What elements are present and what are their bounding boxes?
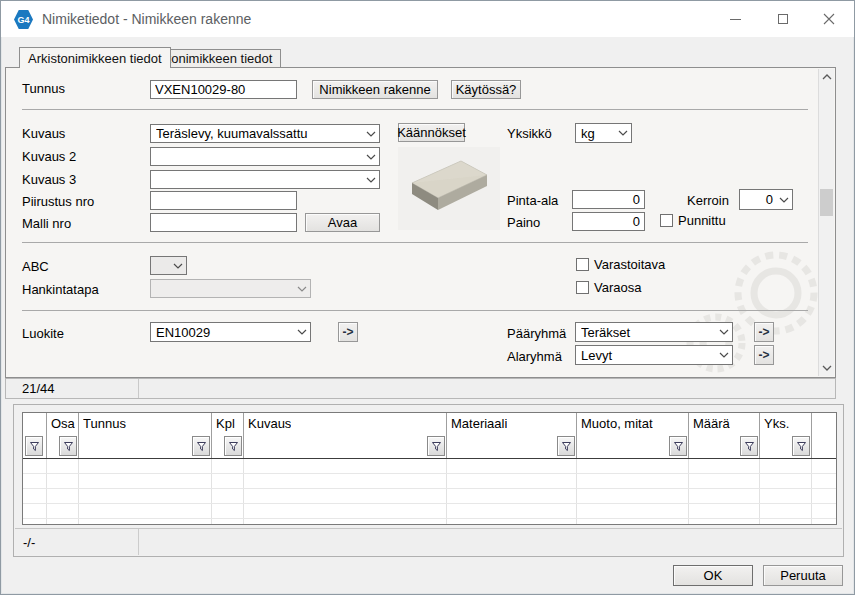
filter-button[interactable]	[427, 436, 445, 456]
hankintatapa-combobox[interactable]	[150, 279, 311, 298]
record-status-bar: 21/44	[5, 378, 836, 399]
kerroin-combobox[interactable]: 0	[739, 189, 793, 210]
paaryhma-arrow-button[interactable]: ->	[754, 322, 774, 342]
piirustus-nro-input[interactable]	[150, 191, 297, 210]
parts-table-header: Osa Tunnus Kpl Kuvaus Materiaali	[23, 413, 836, 459]
table-cell	[577, 489, 689, 503]
scroll-up-button[interactable]	[819, 69, 834, 85]
table-cell	[244, 504, 447, 518]
chevron-down-icon	[716, 352, 732, 358]
filter-button[interactable]	[557, 436, 575, 456]
scrollbar-thumb[interactable]	[820, 189, 833, 216]
tunnus-input[interactable]	[150, 80, 297, 99]
table-cell	[244, 474, 447, 488]
nimikkeen-rakenne-button[interactable]: Nimikkeen rakenne	[312, 80, 438, 99]
yksikko-combobox[interactable]: kg	[575, 123, 632, 143]
table-cell	[79, 459, 212, 473]
column-muoto-mitat[interactable]: Muoto, mitat	[577, 413, 689, 458]
filter-button[interactable]	[669, 436, 687, 456]
table-cell	[812, 474, 836, 488]
maximize-icon	[778, 14, 788, 24]
table-row	[23, 474, 836, 489]
table-row	[23, 519, 836, 525]
paaryhma-combobox[interactable]: Teräkset	[575, 322, 733, 342]
minimize-icon	[730, 19, 741, 20]
table-cell	[760, 489, 812, 503]
filter-button[interactable]	[792, 436, 810, 456]
alaryhma-combobox[interactable]: Levyt	[575, 345, 733, 365]
column-label: Määrä	[693, 416, 730, 431]
chevron-down-icon	[294, 329, 310, 335]
column-label: Muoto, mitat	[581, 416, 653, 431]
scroll-down-button[interactable]	[819, 360, 834, 376]
kuvaus3-combobox[interactable]	[150, 170, 380, 189]
alaryhma-label: Alaryhmä	[507, 348, 562, 366]
table-cell	[689, 519, 760, 525]
kerroin-label: Kerroin	[687, 192, 729, 210]
chevron-down-icon	[822, 365, 832, 371]
punnittu-checkbox[interactable]	[660, 214, 673, 227]
table-cell	[79, 504, 212, 518]
column-maara[interactable]: Määrä	[689, 413, 760, 458]
maximize-button[interactable]	[767, 7, 799, 31]
luokite-combobox[interactable]: EN10029	[150, 322, 311, 342]
kaannokset-button[interactable]: Käännökset	[398, 123, 465, 142]
luokite-arrow-button[interactable]: ->	[338, 322, 358, 342]
vertical-scrollbar[interactable]	[818, 69, 834, 376]
peruuta-button[interactable]: Peruuta	[763, 565, 843, 586]
kuvaus-combobox[interactable]: Teräslevy, kuumavalssattu	[150, 124, 380, 143]
filter-button[interactable]	[192, 436, 210, 456]
table-cell	[760, 459, 812, 473]
filter-button[interactable]	[740, 436, 758, 456]
table-cell	[577, 474, 689, 488]
column-kpl[interactable]: Kpl	[212, 413, 244, 458]
table-cell	[244, 519, 447, 525]
parts-counter: -/-	[15, 529, 139, 555]
table-cell	[812, 519, 836, 525]
alaryhma-arrow-button[interactable]: ->	[754, 345, 774, 365]
tab-arkistonimikkeen-tiedot[interactable]: Arkistonimikkeen tiedot	[19, 47, 171, 68]
table-cell	[212, 459, 244, 473]
column-materiaali[interactable]: Materiaali	[447, 413, 577, 458]
table-cell	[212, 504, 244, 518]
column-indicator[interactable]	[23, 413, 47, 458]
minimize-button[interactable]	[719, 7, 751, 31]
chevron-down-icon	[363, 131, 379, 137]
chevron-down-icon	[776, 197, 792, 203]
varastoitava-checkbox[interactable]	[576, 258, 589, 271]
malli-nro-input[interactable]	[150, 213, 297, 232]
column-tunnus[interactable]: Tunnus	[79, 413, 212, 458]
varaosa-checkbox[interactable]	[576, 281, 589, 294]
paaryhma-value: Teräkset	[581, 325, 716, 340]
column-yks[interactable]: Yks.	[760, 413, 812, 458]
table-cell	[79, 489, 212, 503]
ok-button[interactable]: OK	[673, 565, 753, 586]
close-button[interactable]	[813, 7, 845, 31]
malli-nro-label: Malli nro	[22, 215, 71, 233]
title-bar: G4 Nimiketiedot - Nimikkeen rakenne	[1, 1, 854, 37]
window-title: Nimiketiedot - Nimikkeen rakenne	[42, 11, 251, 27]
kaytossa-button[interactable]: Käytössä?	[451, 80, 521, 99]
table-cell	[79, 519, 212, 525]
chevron-down-icon	[294, 286, 310, 292]
yksikko-label: Yksikkö	[507, 125, 552, 143]
column-label: Tunnus	[83, 416, 126, 431]
kuvaus-value: Teräslevy, kuumavalssattu	[156, 126, 363, 141]
column-kuvaus[interactable]: Kuvaus	[244, 413, 447, 458]
filter-button[interactable]	[59, 436, 77, 456]
pinta-ala-input[interactable]	[572, 190, 645, 209]
avaa-button[interactable]: Avaa	[305, 213, 380, 232]
filter-button[interactable]	[25, 436, 43, 456]
table-cell	[447, 489, 577, 503]
table-cell	[689, 474, 760, 488]
paino-input[interactable]	[572, 212, 645, 231]
filter-button[interactable]	[224, 436, 242, 456]
table-cell	[577, 519, 689, 525]
column-osa[interactable]: Osa	[47, 413, 79, 458]
abc-combobox[interactable]	[150, 256, 187, 275]
table-cell	[47, 519, 79, 525]
paaryhma-label: Pääryhmä	[507, 325, 566, 343]
table-cell	[79, 474, 212, 488]
app-icon: G4	[14, 10, 33, 29]
kuvaus2-combobox[interactable]	[150, 147, 380, 166]
